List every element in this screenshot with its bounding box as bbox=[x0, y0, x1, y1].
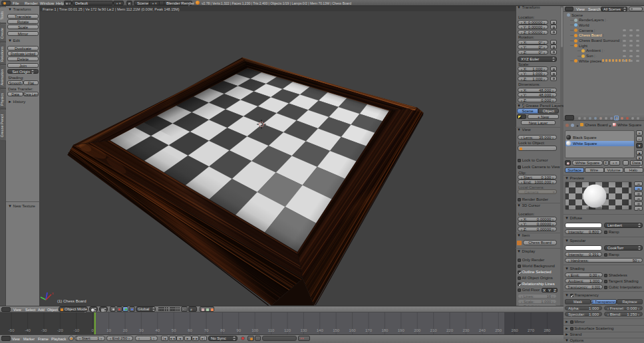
svg-text:-50: -50 bbox=[9, 328, 15, 332]
svg-text:160: 160 bbox=[349, 328, 357, 332]
svg-text:240: 240 bbox=[479, 328, 486, 332]
svg-text:40: 40 bbox=[155, 328, 160, 332]
svg-text:170: 170 bbox=[365, 328, 373, 332]
svg-text:280: 280 bbox=[544, 328, 551, 332]
svg-text:110: 110 bbox=[268, 328, 275, 332]
svg-text:-40: -40 bbox=[25, 328, 31, 332]
svg-text:50: 50 bbox=[172, 328, 176, 332]
svg-text:220: 220 bbox=[446, 328, 454, 332]
svg-text:90: 90 bbox=[236, 328, 241, 332]
svg-text:-30: -30 bbox=[41, 328, 47, 332]
svg-text:150: 150 bbox=[333, 328, 340, 332]
svg-text:-10: -10 bbox=[73, 328, 79, 332]
svg-text:30: 30 bbox=[139, 328, 144, 332]
svg-text:120: 120 bbox=[284, 328, 291, 332]
svg-text:x: x bbox=[52, 291, 54, 295]
svg-text:20: 20 bbox=[123, 328, 128, 332]
svg-text:180: 180 bbox=[381, 328, 389, 332]
svg-text:200: 200 bbox=[414, 328, 421, 332]
svg-text:130: 130 bbox=[300, 328, 307, 332]
svg-text:230: 230 bbox=[462, 328, 470, 332]
svg-text:140: 140 bbox=[317, 328, 324, 332]
svg-text:10: 10 bbox=[106, 328, 111, 332]
svg-text:0: 0 bbox=[92, 328, 94, 332]
svg-text:100: 100 bbox=[251, 328, 259, 332]
svg-text:60: 60 bbox=[188, 328, 192, 332]
svg-text:80: 80 bbox=[220, 328, 225, 332]
svg-text:-20: -20 bbox=[57, 328, 63, 332]
svg-text:260: 260 bbox=[512, 328, 519, 332]
svg-text:70: 70 bbox=[204, 328, 209, 332]
svg-text:190: 190 bbox=[398, 328, 405, 332]
svg-text:210: 210 bbox=[430, 328, 438, 332]
svg-text:250: 250 bbox=[495, 328, 502, 332]
svg-text:270: 270 bbox=[528, 328, 535, 332]
